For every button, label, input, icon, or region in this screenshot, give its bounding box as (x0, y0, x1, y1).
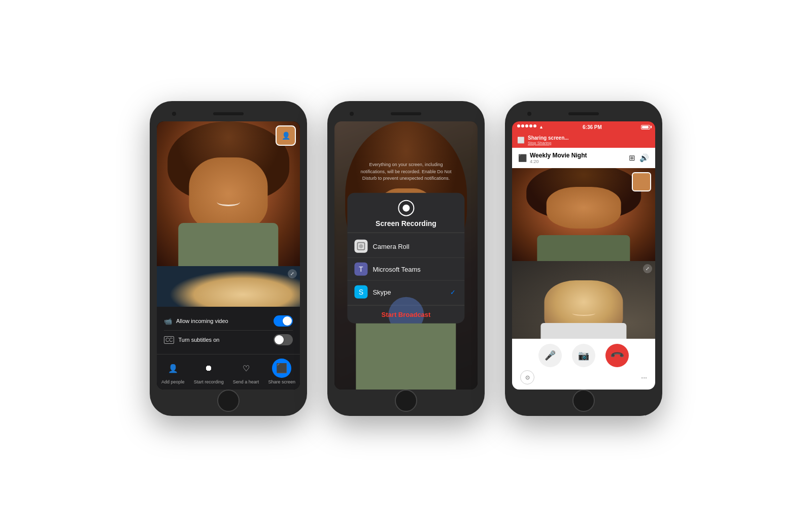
camera-roll-label: Camera Roll (373, 242, 457, 250)
phone-1-video-secondary: ⤢ (157, 266, 300, 307)
p3-face (547, 187, 621, 229)
battery-tip (651, 126, 652, 128)
mute-button[interactable]: 🎤 (538, 344, 562, 367)
phone-1-screen: 👤 ⤢ 📹 Allow incoming video (157, 121, 300, 390)
phone-1-speaker (213, 112, 244, 115)
wifi-icon: ▲ (539, 124, 544, 130)
start-recording-icon: ⏺ (199, 359, 218, 378)
toggle-incoming-video-text: Allow incoming video (176, 318, 228, 324)
call-header-left: ⬛ Weekly Movie Night 4:20 (518, 152, 587, 164)
mute-icon: 🎤 (545, 350, 556, 361)
share-screen-label: Share screen (268, 379, 295, 384)
popup-app-camera-roll[interactable]: Camera Roll (347, 235, 464, 258)
add-people-button[interactable]: 👤 Add people (161, 359, 185, 384)
phone-1-home-bar (157, 393, 300, 409)
more-options-button[interactable]: ··· (641, 370, 647, 384)
phone-2-top-bar (334, 108, 478, 119)
video-icon: 📹 (164, 317, 172, 325)
teams-svg: T (359, 265, 363, 273)
video-toggle-button[interactable]: 📷 (572, 344, 595, 367)
grid-icon[interactable]: ⊞ (629, 153, 635, 163)
call-header-right: ⊞ 🔊 (629, 153, 649, 163)
popup-title-section: Screen Recording (347, 193, 464, 233)
call-info: Weekly Movie Night 4:20 (530, 152, 587, 164)
expand-icon[interactable]: ⤢ (288, 269, 297, 278)
p3-man-smile (572, 310, 596, 316)
phone-2-camera (350, 112, 354, 116)
phone-1-top-bar (157, 108, 300, 119)
phone-1: 👤 ⤢ 📹 Allow incoming video (150, 101, 307, 416)
p3-man-face (512, 261, 655, 339)
popup-app-list: Camera Roll T Microsoft Teams S (347, 233, 464, 305)
send-heart-button[interactable]: ♡ Send a heart (233, 359, 259, 384)
skype-label: Skype (373, 288, 445, 296)
phone-3-self-view (632, 172, 651, 191)
skype-icon: S (354, 285, 367, 299)
signal-dot-1 (517, 124, 520, 127)
p3-man-shirt (540, 323, 626, 339)
broadcast-popup: Screen Recording Camera Roll T (347, 193, 464, 324)
start-recording-label: Start recording (194, 379, 224, 384)
phone-2-screen: Everything on your screen, including not… (334, 121, 478, 390)
phone-3-screen: ▲ 6:36 PM ⬜ Sharing screen... Stop Shari… (512, 121, 655, 390)
popup-title: Screen Recording (376, 219, 436, 228)
record-dot (402, 205, 410, 212)
share-screen-button[interactable]: ⬛ Share screen (268, 359, 295, 384)
home-button-1[interactable] (217, 390, 240, 412)
sharing-title: Sharing screen... (528, 135, 569, 141)
home-button-3[interactable] (572, 390, 595, 412)
phone-2-home-bar (334, 393, 478, 409)
phone-3-speaker (568, 112, 599, 115)
phone-2-hint-text: Everything on your screen, including not… (356, 161, 456, 182)
skype-check-icon: ✓ (450, 288, 456, 296)
teams-label: Microsoft Teams (373, 265, 457, 273)
man-bg (157, 266, 300, 307)
end-call-button[interactable]: 📞 (605, 344, 629, 367)
send-heart-label: Send a heart (233, 379, 259, 384)
sharing-bar: ⬜ Sharing screen... Stop Sharing (512, 133, 655, 148)
woman-smile (217, 198, 241, 206)
start-recording-button[interactable]: ⏺ Start recording (194, 359, 224, 384)
status-time: 6:36 PM (583, 124, 602, 130)
skype-svg: S (359, 288, 363, 296)
home-button-2[interactable] (395, 390, 417, 412)
record-circle-icon (398, 200, 414, 216)
phone-1-controls: 📹 Allow incoming video CC Turn subtitles… (157, 307, 300, 354)
add-people-icon: 👤 (163, 359, 183, 378)
self-view-thumbnail: 👤 (276, 125, 296, 146)
phones-container: 👤 ⤢ 📹 Allow incoming video (150, 101, 662, 416)
send-heart-icon: ♡ (236, 359, 256, 378)
toggle-knob (283, 316, 292, 326)
phone-3-bottom-controls: 🎤 📷 📞 ⊙ ··· (512, 339, 655, 390)
battery-icon (641, 125, 650, 130)
popup-start-section: Start Broadcast (347, 305, 464, 324)
toggle-subtitles-label: CC Turn subtitles on (164, 336, 219, 344)
battery-fill (642, 126, 649, 128)
phone-2: Everything on your screen, including not… (327, 101, 485, 416)
call-duration: 4:20 (530, 159, 587, 164)
subtitles-toggle[interactable] (274, 334, 293, 345)
phone-3-top-bar (512, 108, 655, 119)
phone-3-home-bar (512, 393, 655, 409)
share-screen-icon: ⬛ (272, 359, 291, 378)
signal-dot-3 (525, 124, 528, 127)
status-bar: ▲ 6:36 PM (512, 121, 655, 133)
volume-icon[interactable]: 🔊 (639, 153, 649, 163)
stop-sharing-button[interactable]: Stop Sharing (528, 141, 569, 145)
popup-app-teams[interactable]: T Microsoft Teams (347, 258, 464, 281)
start-broadcast-button[interactable]: Start Broadcast (382, 311, 431, 318)
call-controls-row: 🎤 📷 📞 (512, 344, 655, 370)
call-type-icon: ⬛ (518, 154, 527, 162)
camera-roll-icon (354, 240, 367, 253)
sharing-screen-icon: ⬜ (517, 137, 525, 144)
extra-controls-row: ⊙ ··· (512, 370, 655, 386)
signal-dot-5 (533, 124, 536, 127)
incoming-video-toggle[interactable] (274, 315, 293, 327)
signal-dots: ▲ (517, 124, 544, 130)
focus-button[interactable]: ⊙ (520, 370, 534, 384)
woman-jacket (178, 223, 278, 267)
phone-3-video-secondary: ⤢ (512, 261, 655, 339)
call-name: Weekly Movie Night (530, 152, 587, 159)
status-icons-right (641, 125, 650, 130)
phone-2-speaker (391, 112, 421, 115)
